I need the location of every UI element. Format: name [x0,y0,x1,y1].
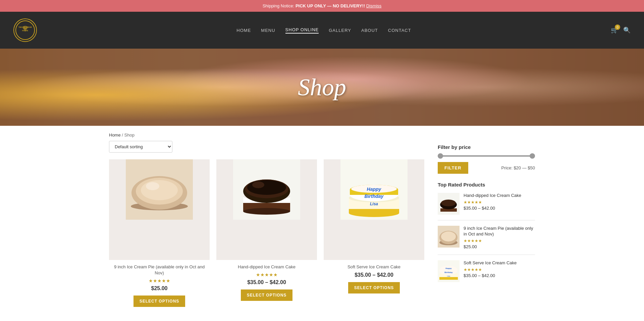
divider-2 [438,255,535,255]
product-stars-hand-dipped: ★★★★★ [216,272,317,277]
select-options-pie[interactable]: SELECT OPTIONS [133,296,185,307]
svg-text:Happy: Happy [445,267,452,269]
svg-point-18 [247,180,286,195]
price-slider-fill [438,155,535,157]
nav-contact[interactable]: CONTACT [388,28,411,33]
svg-text:Birthday: Birthday [365,194,384,199]
svg-text:Lisa: Lisa [447,275,450,277]
nav-home[interactable]: HOME [236,28,251,33]
breadcrumb-separator: / [122,132,124,138]
top-rated-price-soft-serve: $35.00 – $42.00 [464,273,535,278]
top-rated-thumb-soft-serve[interactable]: Happy Birthday Lisa [438,260,460,282]
product-price-hand-dipped: $35.00 – $42.00 [216,279,317,285]
product-image-hand-dipped[interactable] [216,159,317,260]
svg-point-9 [141,180,178,200]
svg-rect-24 [349,209,399,213]
top-rated-info-hand-dipped: Hand-dipped Ice Cream Cake ★★★★★ $35.00 … [464,193,535,211]
shipping-text: Shipping Notice: PICK UP ONLY — NO DELIV… [263,3,366,8]
filter-button[interactable]: FILTER [438,162,468,174]
top-rated-stars-hand-dipped: ★★★★★ [464,200,535,205]
top-rated-thumb-hand-dipped[interactable] [438,193,460,215]
hero-title: Shop [298,73,346,101]
top-rated-stars-pie: ★★★★★ [464,238,535,243]
product-price-pie: $25.00 [109,285,210,291]
top-rated-section: Top Rated Products Hand-dipped Ice Cream… [438,182,535,282]
sidebar: Filter by price FILTER Price: $20 — $50 … [438,141,535,307]
svg-point-36 [441,200,456,206]
top-rated-item-pie: 9 inch Ice Cream Pie (available only in … [438,226,535,249]
search-button[interactable]: 🔍 [623,26,631,34]
top-rated-price-pie: $25.00 [464,244,535,249]
nav-icons: 🛒 0 🔍 [611,26,631,34]
top-rated-thumb-pie[interactable] [438,226,460,248]
product-card-soft-serve: Happy Birthday Lisa Soft Serve Ice Cream… [324,159,424,307]
cart-badge: 0 [615,24,620,30]
top-rated-name-pie[interactable]: 9 inch Ice Cream Pie (available only in … [464,226,535,237]
breadcrumb: Home / Shop [0,126,644,141]
product-stars-pie: ★★★★★ [109,278,210,283]
price-slider-handle-left[interactable] [438,153,443,159]
dismiss-link[interactable]: Dismiss [366,3,382,8]
main-nav: HOME MENU SHOP ONLINE GALLERY ABOUT CONT… [236,27,411,34]
header: THE ICE CREAM HOUSE HOME MENU SHOP ONLIN… [0,12,644,49]
product-image-soft-serve[interactable]: Happy Birthday Lisa [324,159,424,260]
svg-point-15 [243,208,290,215]
price-slider-handle-right[interactable] [530,153,535,159]
product-name-hand-dipped: Hand-dipped Ice Cream Cake [216,264,317,270]
nav-about[interactable]: ABOUT [361,28,378,33]
top-rated-name-hand-dipped[interactable]: Hand-dipped Ice Cream Cake [464,193,535,199]
filter-row: FILTER Price: $20 — $50 [438,162,535,174]
svg-point-19 [252,181,264,188]
nav-gallery[interactable]: GALLERY [329,28,351,33]
sort-select[interactable]: Default sorting Sort by popularity Sort … [109,141,172,153]
breadcrumb-current: Shop [124,132,135,138]
nav-shop-online[interactable]: SHOP ONLINE [285,27,319,34]
price-slider-track [438,155,535,157]
product-card-hand-dipped: Hand-dipped Ice Cream Cake ★★★★★ $35.00 … [216,159,317,307]
product-price-soft-serve: $35.00 – $42.00 [324,272,424,278]
svg-rect-43 [439,277,458,280]
hero-section: Shop [0,49,644,126]
top-rated-name-soft-serve[interactable]: Soft Serve Ice Cream Cake [464,260,535,266]
sort-row: Default sorting Sort by popularity Sort … [109,141,424,153]
top-rated-price-hand-dipped: $35.00 – $42.00 [464,206,535,211]
product-name-soft-serve: Soft Serve Ice Cream Cake [324,264,424,270]
product-image-pie[interactable] [109,159,210,260]
nav-menu[interactable]: MENU [261,28,275,33]
logo-area: THE ICE CREAM HOUSE [13,18,37,42]
filter-by-price: Filter by price FILTER Price: $20 — $50 [438,144,535,174]
select-options-hand-dipped[interactable]: SELECT OPTIONS [241,289,293,301]
top-rated-title: Top Rated Products [438,182,535,188]
logo[interactable]: THE ICE CREAM HOUSE [13,18,37,42]
svg-text:Birthday: Birthday [444,271,453,273]
shipping-notice: Shipping Notice: PICK UP ONLY — NO DELIV… [0,0,644,12]
select-options-soft-serve[interactable]: SELECT OPTIONS [348,282,400,293]
price-range-label: Price: $20 — $50 [501,165,535,170]
divider-1 [438,220,535,220]
top-rated-info-soft-serve: Soft Serve Ice Cream Cake ★★★★★ $35.00 –… [464,260,535,278]
breadcrumb-home[interactable]: Home [109,132,121,138]
product-card-pie: 9 inch Ice Cream Pie (available only in … [109,159,210,307]
main-layout: Default sorting Sort by popularity Sort … [0,141,644,321]
cart-button[interactable]: 🛒 0 [611,26,618,34]
svg-text:Happy: Happy [367,186,382,192]
svg-text:Lisa: Lisa [370,202,378,206]
top-rated-item-hand-dipped: Hand-dipped Ice Cream Cake ★★★★★ $35.00 … [438,193,535,215]
svg-point-40 [441,231,456,242]
top-rated-item-soft-serve: Happy Birthday Lisa Soft Serve Ice Cream… [438,260,535,282]
products-section: Default sorting Sort by popularity Sort … [109,141,424,307]
filter-title: Filter by price [438,144,535,150]
top-rated-info-pie: 9 inch Ice Cream Pie (available only in … [464,226,535,249]
top-rated-stars-soft-serve: ★★★★★ [464,267,535,272]
products-grid: 9 inch Ice Cream Pie (available only in … [109,159,424,307]
svg-point-10 [146,182,159,190]
product-name-pie: 9 inch Ice Cream Pie (available only in … [109,264,210,276]
